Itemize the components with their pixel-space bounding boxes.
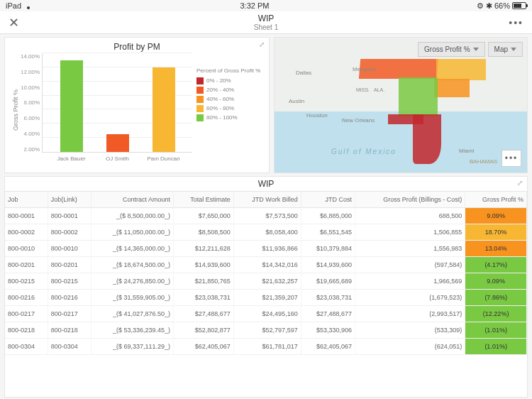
legend-item: 80% - 100%	[196, 114, 263, 121]
table-row[interactable]: 800-0215800-0215_($ 24,276,850.00_)$21,8…	[5, 273, 527, 290]
doc-title: WIP	[0, 13, 532, 23]
legend-item: 20% - 40%	[196, 87, 263, 94]
col-header[interactable]: Gross Profit (Billings - Cost)	[355, 192, 465, 208]
clock: 3:32 PM	[33, 1, 477, 10]
state-ga	[399, 77, 438, 116]
table-title: WIP ⤢	[4, 176, 528, 192]
col-header[interactable]: Gross Profit %	[465, 192, 527, 208]
title-bar: ✕ WIP Sheet 1 •••	[0, 11, 532, 34]
battery-pct: 66%	[494, 1, 510, 10]
profit-by-pm-chart: Profit by PM ⤢ Gross Profit % 14.00%12.0…	[4, 37, 270, 173]
col-header[interactable]: JTD Work Billed	[233, 192, 301, 208]
chevron-down-icon	[473, 48, 479, 51]
legend-item: 40% - 60%	[196, 96, 263, 103]
table-row[interactable]: 800-0002800-0002_($ 11,050,000.00_)$8,50…	[5, 224, 527, 241]
gulf-label: Gulf of Mexico	[331, 148, 397, 155]
bar[interactable]	[60, 60, 83, 152]
chart-title: Profit by PM	[11, 42, 263, 52]
map-view-select[interactable]: Map	[488, 42, 523, 57]
gross-profit-pct-cell: (7.86%)	[465, 290, 527, 306]
col-header[interactable]: Job(Link)	[48, 192, 91, 208]
state-sc	[434, 79, 470, 97]
col-header[interactable]: Job	[5, 192, 48, 208]
chevron-down-icon	[511, 48, 516, 51]
gross-profit-pct-cell: (4.17%)	[465, 257, 527, 273]
table-row[interactable]: 800-0001800-0001_($ 8,500,000.00_)$7,650…	[5, 208, 527, 224]
table-row[interactable]: 800-0217800-0217_($ 41,027,876.50_)$27,4…	[5, 306, 527, 322]
table-row[interactable]: 800-0304800-0304_($ 69,337,111.29_)$62,4…	[5, 339, 527, 355]
table-row[interactable]: 800-0201800-0201_($ 18,674,500.00_)$14,9…	[5, 257, 527, 273]
device-label: iPad	[6, 1, 21, 10]
legend-title: Percent of Gross Profit %	[196, 67, 263, 75]
gross-profit-pct-cell: 9.09%	[465, 273, 527, 290]
table-row[interactable]: 800-0010800-0010_($ 14,365,000.00_)$12,2…	[5, 241, 527, 257]
table-row[interactable]: 800-0218800-0218_($ 53,336,239.45_)$52,8…	[5, 322, 527, 339]
expand-icon[interactable]: ⤢	[517, 179, 523, 187]
gross-profit-pct-cell: 13.04%	[465, 241, 527, 257]
bar[interactable]	[106, 134, 129, 152]
bar[interactable]	[153, 67, 175, 152]
sheet-name: Sheet 1	[0, 23, 532, 31]
chart-legend: Percent of Gross Profit % 0% - 20%20% - …	[192, 53, 263, 167]
status-bar: iPad 3:32 PM ⚙︎ ✱ 66%	[0, 0, 532, 11]
x-tick-labels: Jack BauerOJ SmithPam Duncan	[43, 155, 192, 162]
map-metric-select[interactable]: Gross Profit %	[418, 42, 484, 57]
gross-profit-pct-cell: 18.70%	[465, 224, 527, 241]
close-icon[interactable]: ✕	[9, 15, 19, 31]
state-nc	[436, 59, 486, 80]
gross-profit-pct-cell: 9.09%	[465, 208, 527, 224]
battery-icon	[512, 2, 526, 9]
state-fl-pan	[388, 114, 423, 124]
col-header[interactable]: JTD Cost	[301, 192, 355, 208]
y-tick-labels: 14.00%12.00%10.00%8.00%6.00%4.00%2.00%	[21, 53, 42, 153]
y-axis-label: Gross Profit %	[11, 53, 21, 167]
wip-table[interactable]: JobJob(Link)Contract AmountTotal Estimat…	[4, 192, 528, 398]
gross-profit-pct-cell: (12.22%)	[465, 306, 527, 322]
bluetooth-icon: ⚙︎ ✱	[477, 1, 492, 11]
gross-profit-pct-cell: (1.01%)	[465, 322, 527, 339]
legend-item: 0% - 20%	[196, 77, 263, 84]
wifi-icon	[24, 2, 33, 9]
expand-icon[interactable]: ⤢	[259, 40, 265, 48]
col-header[interactable]: Total Estimate	[174, 192, 234, 208]
gross-profit-pct-cell: (1.01%)	[465, 339, 527, 355]
legend-item: 60% - 80%	[196, 105, 263, 112]
table-row[interactable]: 800-0216800-0216_($ 31,559,905.00_)$23,0…	[5, 290, 527, 306]
col-header[interactable]: Contract Amount	[91, 192, 174, 208]
map-panel[interactable]: Dallas Memphis Austin Houston New Orlean…	[274, 37, 528, 173]
more-icon[interactable]: •••	[509, 17, 523, 28]
chart-plot-area: Jack BauerOJ SmithPam Duncan	[42, 53, 192, 153]
table-header-row: JobJob(Link)Contract AmountTotal Estimat…	[5, 192, 527, 208]
map-more-button[interactable]: •••	[501, 150, 521, 167]
